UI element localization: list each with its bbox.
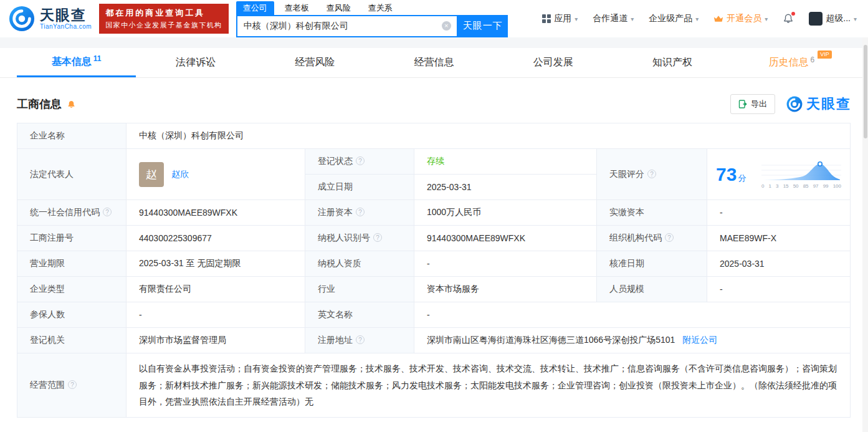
nav-apps-label: 应用 xyxy=(554,13,571,24)
tab-legal-lawsuit[interactable]: 法律诉讼 xyxy=(136,48,255,77)
nav-apps[interactable]: 应用 ▾ xyxy=(542,13,578,24)
table-row: 统一社会信用代码? 91440300MAEE89WFXK 注册资本? 1000万… xyxy=(17,200,851,226)
nav-user-menu[interactable]: 超级... ▾ xyxy=(809,12,857,26)
search-tab-relation[interactable]: 查关系 xyxy=(361,1,399,15)
company-name-value: 中核（深圳）科创有限公司 xyxy=(126,123,851,149)
credit-code-label: 统一社会信用代码? xyxy=(17,200,126,226)
nav-vip-upgrade[interactable]: 开通会员 ▾ xyxy=(713,13,768,24)
authority-label: 登记机关 xyxy=(17,328,126,353)
nav-enterprise-label: 企业级产品 xyxy=(649,13,692,24)
reg-capital-label: 注册资本? xyxy=(305,200,414,226)
legal-rep-link[interactable]: 赵欣 xyxy=(171,169,189,180)
address-cell: 深圳市南山区粤海街道海珠社区海德三道1066号深创投广场5101 附近公司 xyxy=(414,328,851,353)
credit-code-value: 91440300MAEE89WFXK xyxy=(126,200,305,226)
table-row: 营业期限 2025-03-31 至 无固定期限 纳税人资质 - 核准日期 202… xyxy=(17,251,851,277)
reg-no-value: 440300225309677 xyxy=(126,226,305,251)
reg-status-value: 存续 xyxy=(414,149,597,175)
top-header: 天眼查 TianYanCha.com 都在用的商业查询工具 国家中小企业发展子基… xyxy=(0,0,868,37)
legal-rep-label: 法定代表人 xyxy=(17,149,126,200)
industry-value: 资本市场服务 xyxy=(414,277,597,302)
score-distribution-chart: 0131550859799100 xyxy=(761,160,841,189)
established-label: 成立日期 xyxy=(305,175,414,200)
authority-value: 深圳市市场监督管理局 xyxy=(126,328,305,353)
paid-capital-label: 实缴资本 xyxy=(597,200,707,226)
search-button[interactable]: 天眼一下 xyxy=(458,15,508,37)
logo-domain-text: TianYanCha.com xyxy=(40,23,92,30)
slogan-badge: 都在用的商业查询工具 国家中小企业发展子基金旗下机构 xyxy=(99,4,229,33)
table-row: 企业类型 有限责任公司 行业 资本市场服务 人员规模 - xyxy=(17,277,851,302)
score-axis-ticks: 0131550859799100 xyxy=(761,184,841,189)
taxpayer-quality-label: 纳税人资质 xyxy=(305,251,414,277)
tianyancha-logo[interactable]: 天眼查 TianYanCha.com xyxy=(9,6,92,32)
tab-intellectual-property[interactable]: 知识产权 xyxy=(613,48,732,77)
scrollbar-thumb[interactable] xyxy=(864,45,867,138)
legal-rep-cell: 赵 赵欣 xyxy=(126,149,305,200)
search-area: 查公司 查老板 查风险 查关系 × 天眼一下 xyxy=(236,1,508,37)
slogan-line1: 都在用的商业查询工具 xyxy=(105,7,222,19)
tab-basic-info[interactable]: 基本信息11 xyxy=(17,48,136,77)
company-name-label: 企业名称 xyxy=(17,123,126,149)
top-nav: 应用 ▾ 合作通道 ▾ 企业级产品 ▾ 开通会员 ▾ 超级... xyxy=(542,12,857,26)
search-tab-company[interactable]: 查公司 xyxy=(236,1,274,15)
search-tab-boss[interactable]: 查老板 xyxy=(278,1,316,15)
org-code-label: 组织机构代码? xyxy=(597,226,707,251)
slogan-line2: 国家中小企业发展子基金旗下机构 xyxy=(105,20,222,31)
paid-capital-value: - xyxy=(707,200,851,226)
search-tab-risk[interactable]: 查风险 xyxy=(320,1,358,15)
help-icon[interactable]: ? xyxy=(373,233,382,242)
section-title: 工商信息 xyxy=(17,97,62,112)
status-badge: 存续 xyxy=(427,156,444,166)
approved-label: 核准日期 xyxy=(597,251,707,277)
table-row: 工商注册号 440300225309677 纳税人识别号? 91440300MA… xyxy=(17,226,851,251)
tab-operating-info[interactable]: 经营信息 xyxy=(374,48,494,77)
nav-enterprise[interactable]: 企业级产品 ▾ xyxy=(649,13,699,24)
tab-operating-risk[interactable]: 经营风险 xyxy=(255,48,374,77)
help-icon[interactable]: ? xyxy=(68,380,77,389)
scope-value: 以自有资金从事投资活动；自有资金投资的资产管理服务；技术服务、技术开发、技术咨询… xyxy=(126,353,851,418)
nav-partner[interactable]: 合作通道 ▾ xyxy=(593,13,634,24)
nav-partner-label: 合作通道 xyxy=(593,13,627,24)
company-tabbar: 基本信息11 法律诉讼 经营风险 经营信息 公司发展 知识产权 历史信息6 VI… xyxy=(0,48,868,78)
help-icon[interactable]: ? xyxy=(356,335,365,344)
main-content: 工商信息 导出 xyxy=(0,94,868,418)
help-icon[interactable]: ? xyxy=(356,208,365,216)
established-value: 2025-03-31 xyxy=(414,175,597,200)
clear-icon[interactable]: × xyxy=(442,21,451,31)
page-gap-strip xyxy=(0,37,868,48)
help-icon[interactable]: ? xyxy=(356,156,365,165)
scrollbar[interactable] xyxy=(862,37,868,432)
taxpayer-no-label: 纳税人识别号? xyxy=(305,226,414,251)
nav-user-label: 超级... xyxy=(826,13,851,24)
subscribe-bell-icon[interactable] xyxy=(67,100,76,109)
chevron-down-icon: ▾ xyxy=(854,16,857,22)
help-icon[interactable]: ? xyxy=(647,170,656,178)
insured-value: - xyxy=(126,302,305,328)
help-icon[interactable]: ? xyxy=(103,208,112,216)
nearby-companies-link[interactable]: 附近公司 xyxy=(682,335,717,345)
logo-eye-icon xyxy=(786,96,803,112)
chevron-down-icon: ▾ xyxy=(575,16,578,22)
chevron-down-icon: ▾ xyxy=(631,16,634,22)
term-value: 2025-03-31 至 无固定期限 xyxy=(126,251,305,277)
scope-label: 经营范围? xyxy=(17,353,126,418)
legal-rep-avatar[interactable]: 赵 xyxy=(139,162,164,187)
help-icon[interactable]: ? xyxy=(665,233,674,242)
search-input[interactable] xyxy=(237,21,442,31)
nav-vip-label: 开通会员 xyxy=(727,13,761,24)
tab-history-info[interactable]: 历史信息6 VIP xyxy=(732,48,851,77)
table-row: 企业名称 中核（深圳）科创有限公司 xyxy=(17,123,851,149)
notification-bell-icon[interactable] xyxy=(783,13,794,24)
insured-label: 参保人数 xyxy=(17,302,126,328)
export-button[interactable]: 导出 xyxy=(730,94,775,114)
crown-icon xyxy=(713,15,723,22)
search-box: × xyxy=(236,15,458,37)
org-code-value: MAEE89WF-X xyxy=(707,226,851,251)
reg-status-label: 登记状态? xyxy=(305,149,414,175)
approved-value: 2025-03-31 xyxy=(707,251,851,277)
address-value: 深圳市南山区粤海街道海珠社区海德三道1066号深创投广场5101 xyxy=(427,335,675,345)
chevron-down-icon: ▾ xyxy=(765,16,768,22)
grid-icon xyxy=(542,14,551,23)
chevron-down-icon: ▾ xyxy=(695,16,699,22)
user-avatar xyxy=(809,12,823,26)
tab-company-development[interactable]: 公司发展 xyxy=(494,48,613,77)
